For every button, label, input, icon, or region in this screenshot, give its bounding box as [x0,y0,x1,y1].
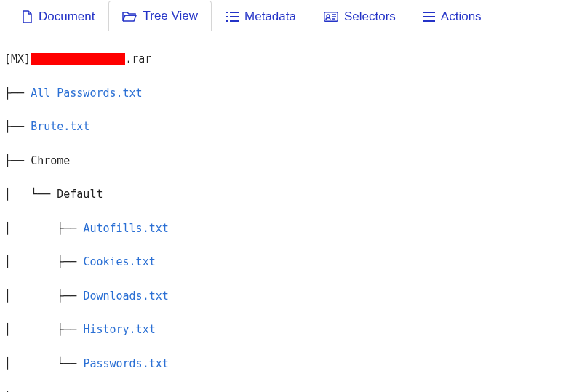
tree-prefix: │ ├── [4,222,83,235]
tree-prefix: │ └── [4,188,57,201]
tab-tree-view[interactable]: Tree View [108,1,212,31]
tree-line: │ ├── History.txt [4,321,578,338]
tab-label: Selectors [344,9,396,24]
root-prefix: [MX] [4,51,31,68]
file-chrome-autofills[interactable]: Autofills.txt [83,222,168,235]
tree-prefix: │ └── [4,357,83,370]
tree-prefix: ├── [4,87,31,100]
tree-line: │ ├── Cookies.txt [4,254,578,271]
tab-label: Actions [441,9,482,24]
tree-line: │ ├── Downloads.txt [4,288,578,305]
menu-icon [423,12,435,22]
tab-label: Document [39,9,95,24]
tree-prefix: ├── [4,120,31,133]
file-icon [21,10,33,23]
redacted-block [31,53,125,65]
list-icon [226,12,239,22]
tree-line: ├── Brute.txt [4,119,578,135]
tab-metadata[interactable]: Metadata [212,1,310,31]
svg-point-1 [327,15,330,17]
tab-document[interactable]: Document [7,1,108,31]
tree-view: [MX].rar ├── All Passwords.txt ├── Brute… [0,31,582,392]
file-chrome-passwords[interactable]: Passwords.txt [83,357,168,370]
folder-chrome-default: Default [57,188,103,201]
file-chrome-cookies[interactable]: Cookies.txt [83,255,155,268]
folder-chrome: Chrome [31,154,70,167]
tree-line: ├── All Passwords.txt [4,85,578,102]
root-suffix: .rar [125,51,151,68]
tab-bar: Document Tree View Metadata Selectors Ac… [0,0,582,31]
file-brute[interactable]: Brute.txt [31,120,89,133]
tree-prefix: │ ├── [4,323,83,336]
id-card-icon [324,12,338,22]
tree-line: │ └── Default [4,186,578,203]
tree-prefix: │ ├── [4,289,83,303]
tree-line: │ ├── Autofills.txt [4,220,578,237]
tree-prefix: ├── [4,154,31,167]
file-chrome-downloads[interactable]: Downloads.txt [83,289,168,303]
tab-actions[interactable]: Actions [410,1,495,31]
tree-root: [MX].rar [4,51,578,68]
folder-open-icon [122,10,137,22]
file-chrome-history[interactable]: History.txt [83,323,155,336]
file-all-passwords[interactable]: All Passwords.txt [31,87,143,100]
tree-line: ├── Cookies [4,389,578,392]
tree-line: │ └── Passwords.txt [4,356,578,372]
tree-line: ├── Chrome [4,153,578,169]
tab-selectors[interactable]: Selectors [310,1,410,31]
tab-label: Metadata [244,9,296,24]
tree-prefix: │ ├── [4,255,83,268]
tab-label: Tree View [143,9,198,23]
